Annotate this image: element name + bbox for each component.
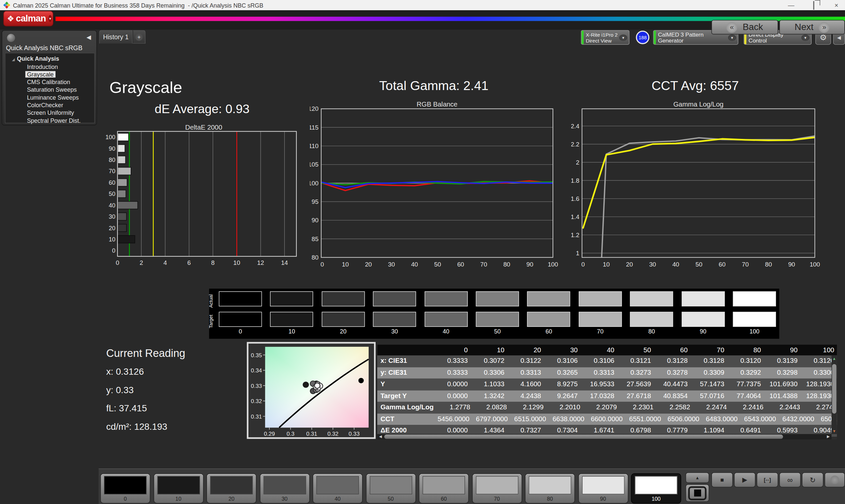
pattern-level-label: 50: [366, 496, 415, 502]
close-button[interactable]: ×: [832, 1, 841, 9]
sidebar-item-saturation-sweeps[interactable]: Saturation Sweeps: [5, 86, 94, 93]
pattern-level-button-60[interactable]: 60: [419, 473, 469, 503]
svg-text:85: 85: [312, 235, 318, 242]
blank-icon: [830, 475, 839, 484]
refresh-icon: ↻: [810, 475, 816, 484]
meter-mode: Direct View: [586, 38, 612, 43]
loop-button[interactable]: ∞: [779, 472, 801, 487]
target-swatch-80: [630, 312, 673, 327]
svg-text:70: 70: [742, 261, 749, 268]
pattern-window-up-button[interactable]: ▲: [686, 472, 709, 483]
svg-text:1: 1: [576, 250, 579, 257]
svg-text:90: 90: [788, 261, 795, 268]
sidebar-item-introduction[interactable]: Introduction: [5, 63, 94, 70]
table-cell: 2.1299: [513, 402, 550, 413]
table-cell: 0.3106: [548, 356, 584, 367]
current-reading-fl: fL: 37.415: [106, 403, 147, 414]
vertical-scroll-thumb[interactable]: [832, 364, 837, 414]
stop-button[interactable]: ■: [711, 472, 733, 487]
scroll-up-icon[interactable]: ▲: [831, 357, 837, 360]
svg-text:RGB Balance: RGB Balance: [417, 101, 457, 108]
table-row-cct: CCT5456.00006797.00006515.00006638.00006…: [377, 413, 837, 425]
svg-text:80: 80: [765, 261, 772, 268]
svg-text:100: 100: [548, 261, 558, 268]
back-button[interactable]: « Back: [711, 20, 778, 34]
actual-swatch-50: [476, 291, 519, 306]
pattern-level-button-100[interactable]: 100: [631, 473, 681, 503]
svg-text:1.2: 1.2: [571, 232, 579, 238]
svg-text:60: 60: [109, 179, 115, 186]
table-cell: 0.3128: [694, 356, 731, 367]
workflow-tree: ◢Quick Analysis IntroductionGrayscaleCMS…: [5, 53, 95, 123]
table-cell: 6506.0000: [667, 413, 706, 425]
minimize-button[interactable]: —: [787, 1, 795, 9]
table-cell: 0.3333: [438, 367, 474, 379]
sidebar-item-cms-calibration[interactable]: CMS Calibration: [5, 78, 94, 86]
sidebar-item-spectral-power-dist[interactable]: Spectral Power Dist.: [5, 117, 94, 124]
restore-button[interactable]: [809, 1, 818, 9]
table-cell: 8.9275: [548, 379, 584, 390]
cie-chromaticity-chart: 0.310.320.330.340.350.290.30.310.320.33: [249, 344, 374, 437]
sidebar-item-luminance-sweeps[interactable]: Luminance Sweeps: [5, 94, 94, 101]
next-button[interactable]: Next »: [779, 20, 845, 34]
refresh-button[interactable]: ↻: [802, 472, 823, 487]
pattern-level-button-70[interactable]: 70: [472, 473, 522, 503]
swatch-level-label: 80: [630, 328, 673, 335]
tree-node-quick-analysis[interactable]: ◢Quick Analysis: [5, 55, 94, 63]
actual-swatch-20: [321, 291, 365, 306]
swatch-level-label: 0: [219, 328, 262, 335]
row-label: y: CIE31: [377, 367, 438, 379]
scroll-down-icon[interactable]: ▼: [831, 429, 837, 433]
pattern-level-button-80[interactable]: 80: [525, 473, 575, 503]
table-cell: 2.2301: [623, 402, 660, 413]
add-tab-button[interactable]: +: [133, 30, 145, 43]
svg-text:80: 80: [109, 157, 115, 163]
table-cell: 0.3139: [768, 356, 804, 367]
pattern-level-button-90[interactable]: 90: [578, 473, 628, 503]
pattern-window-button[interactable]: [686, 484, 709, 502]
pattern-level-button-30[interactable]: 30: [260, 473, 310, 503]
pattern-level-button-0[interactable]: 0: [100, 473, 151, 503]
sidebar-collapse-icon[interactable]: ◀: [87, 34, 91, 41]
calman-menu-button[interactable]: ❖ calman ▼: [3, 11, 53, 26]
table-cell: 1.2778: [440, 402, 477, 413]
row-label: Gamma Log/Log: [377, 402, 440, 413]
pattern-level-label: 100: [631, 496, 681, 502]
table-vertical-scrollbar[interactable]: ▲ ▼: [831, 356, 837, 434]
svg-text:115: 115: [310, 124, 318, 131]
swatch-level-label: 50: [476, 328, 519, 335]
sidebar-item-colorchecker[interactable]: ColorChecker: [5, 101, 94, 109]
svg-text:8: 8: [211, 259, 214, 266]
de-average-readout: dE Average: 0.93: [155, 102, 249, 116]
tab-history-1[interactable]: History 1: [99, 30, 133, 43]
svg-text:0: 0: [112, 247, 115, 254]
target-swatch-70: [579, 312, 622, 327]
svg-text:20: 20: [365, 261, 372, 268]
actual-swatch-100: [733, 291, 776, 306]
target-swatch-90: [682, 312, 725, 327]
restore-icon: [813, 1, 814, 9]
current-reading-y: y: 0.33: [106, 385, 134, 396]
sidebar-item-screen-uniformity[interactable]: Screen Uniformity: [5, 109, 94, 116]
svg-text:4: 4: [163, 259, 167, 266]
meter-dropdown[interactable]: X-Rite i1Pro 2 Direct View ▼: [581, 30, 630, 44]
gamma-log-log-series-target: [602, 136, 815, 258]
sidebar-item-grayscale[interactable]: Grayscale: [5, 71, 94, 78]
play-button[interactable]: ▶: [734, 472, 756, 487]
blank-button[interactable]: [825, 472, 845, 487]
scroll-left-icon[interactable]: ◀: [377, 434, 384, 439]
svg-text:50: 50: [434, 261, 441, 268]
svg-text:10: 10: [342, 261, 349, 268]
pattern-level-button-20[interactable]: 20: [206, 473, 257, 503]
pattern-level-label: 60: [419, 496, 469, 502]
horizontal-scroll-thumb[interactable]: [384, 435, 783, 439]
table-cell: 4.2438: [511, 390, 548, 402]
table-horizontal-scrollbar[interactable]: ◀ ▶: [377, 434, 831, 439]
scroll-right-icon[interactable]: ▶: [825, 434, 832, 439]
pattern-level-button-10[interactable]: 10: [153, 473, 203, 503]
pattern-level-button-40[interactable]: 40: [313, 473, 363, 503]
pattern-level-button-50[interactable]: 50: [366, 473, 416, 503]
svg-text:0.31: 0.31: [306, 430, 317, 437]
step-button[interactable]: [··]: [757, 472, 778, 487]
table-col-60: 60: [657, 345, 694, 356]
